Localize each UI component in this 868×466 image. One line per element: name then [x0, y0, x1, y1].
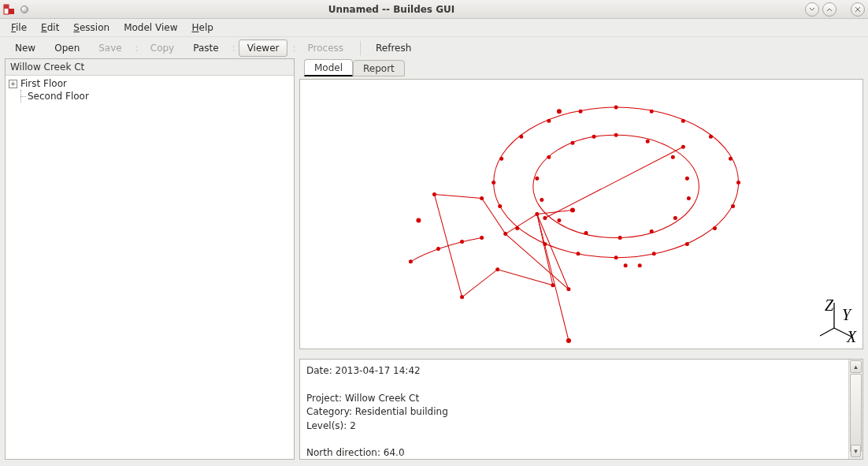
log-panel: Date: 2013-04-17 14:42 Project: Willow C…: [299, 359, 863, 460]
scroll-down-button[interactable]: ▾: [851, 445, 861, 457]
status-dot-icon: [20, 6, 28, 13]
menu-model-view[interactable]: Model View: [117, 21, 184, 35]
window-titlebar: Unnamed -- Buildes GUI: [0, 0, 868, 19]
svg-point-45: [461, 240, 464, 244]
svg-text:Z: Z: [825, 296, 834, 314]
svg-point-26: [547, 119, 551, 122]
toolbar: New Open Save : Copy Paste : Viewer : Pr…: [0, 36, 868, 58]
toolbar-separator-icon: :: [135, 43, 139, 54]
svg-point-39: [536, 177, 539, 180]
viewer-tabstrip: Model Report: [299, 58, 863, 76]
svg-point-35: [618, 237, 621, 240]
svg-point-42: [592, 135, 595, 138]
log-text[interactable]: Date: 2013-04-17 14:42 Project: Willow C…: [300, 360, 848, 459]
svg-point-59: [624, 264, 627, 267]
svg-point-2: [533, 135, 699, 237]
tree-item-first-floor[interactable]: + First Floor: [6, 77, 294, 90]
project-tree-panel: Willow Creek Ct + First Floor Second Flo…: [5, 58, 295, 460]
svg-text:X: X: [846, 328, 857, 344]
svg-point-23: [492, 181, 495, 184]
svg-point-15: [713, 227, 716, 230]
svg-point-57: [543, 217, 547, 220]
statusbar: [0, 460, 868, 466]
svg-point-48: [480, 196, 484, 199]
svg-point-10: [681, 119, 684, 122]
svg-point-33: [673, 217, 677, 220]
refresh-button[interactable]: Refresh: [367, 39, 420, 57]
svg-point-52: [496, 268, 499, 271]
svg-point-28: [614, 133, 618, 136]
tab-report[interactable]: Report: [353, 60, 405, 76]
svg-point-21: [516, 227, 519, 230]
svg-point-34: [650, 230, 653, 233]
svg-point-50: [536, 212, 539, 215]
tree-item-label: First Floor: [20, 78, 67, 89]
tree-item-second-floor[interactable]: Second Floor: [6, 90, 294, 103]
svg-point-36: [584, 232, 588, 235]
svg-point-16: [685, 243, 688, 246]
menu-session[interactable]: Session: [67, 21, 116, 35]
svg-point-38: [540, 198, 543, 201]
svg-point-49: [504, 233, 507, 236]
close-button[interactable]: [851, 2, 865, 17]
svg-point-51: [551, 284, 555, 287]
svg-point-7: [417, 218, 421, 222]
svg-point-58: [681, 145, 684, 148]
svg-point-54: [567, 288, 570, 291]
svg-point-41: [571, 141, 574, 144]
menu-edit[interactable]: Edit: [35, 21, 65, 35]
tab-model[interactable]: Model: [304, 59, 353, 76]
menu-file[interactable]: File: [5, 21, 33, 35]
new-button[interactable]: New: [6, 39, 44, 57]
svg-point-30: [671, 155, 674, 158]
svg-point-8: [614, 106, 618, 109]
svg-point-37: [558, 219, 561, 222]
svg-point-6: [557, 110, 561, 114]
svg-point-22: [499, 204, 502, 207]
scroll-thumb[interactable]: [850, 374, 862, 453]
viewer-button[interactable]: Viewer: [239, 39, 288, 57]
menu-help[interactable]: Help: [185, 21, 219, 35]
scroll-up-button[interactable]: ▴: [850, 360, 862, 373]
svg-point-20: [543, 243, 547, 246]
expand-icon[interactable]: +: [9, 80, 17, 88]
svg-point-27: [579, 110, 582, 113]
save-button: Save: [90, 39, 130, 57]
tree-body[interactable]: + First Floor Second Floor: [6, 76, 294, 459]
svg-line-3: [545, 147, 683, 218]
svg-point-40: [547, 155, 551, 158]
model-viewer[interactable]: Z Y X: [299, 79, 863, 349]
log-scrollbar[interactable]: ▴ ▾: [848, 360, 862, 459]
process-button: Process: [299, 39, 353, 57]
tree-item-label: Second Floor: [28, 91, 89, 102]
toolbar-divider-icon: [360, 41, 361, 55]
svg-line-5: [537, 210, 573, 214]
axis-gizmo: Z Y X: [818, 296, 858, 344]
svg-point-29: [646, 140, 649, 143]
toolbar-separator-icon: :: [232, 43, 236, 54]
svg-point-9: [650, 110, 653, 113]
tree-header[interactable]: Willow Creek Ct: [6, 59, 294, 76]
svg-point-60: [638, 264, 641, 267]
svg-point-56: [570, 208, 574, 212]
maximize-button[interactable]: [822, 2, 836, 17]
menubar: File Edit Session Model View Help: [0, 19, 868, 36]
svg-point-53: [461, 296, 464, 299]
svg-point-43: [409, 260, 412, 263]
paste-button[interactable]: Paste: [184, 39, 227, 57]
svg-point-24: [500, 157, 503, 160]
svg-point-18: [614, 256, 618, 259]
svg-point-17: [652, 252, 655, 255]
minimize-button[interactable]: [805, 2, 819, 17]
svg-point-32: [687, 196, 690, 199]
svg-point-46: [480, 237, 484, 240]
svg-point-19: [577, 252, 580, 255]
svg-point-1: [494, 107, 739, 258]
tree-connector-icon: [17, 90, 26, 103]
copy-button: Copy: [142, 39, 183, 57]
app-icon: [3, 3, 16, 16]
vertical-splitter[interactable]: [299, 352, 863, 356]
scroll-track[interactable]: [850, 374, 862, 445]
open-button[interactable]: Open: [46, 39, 88, 57]
svg-point-44: [436, 248, 440, 251]
